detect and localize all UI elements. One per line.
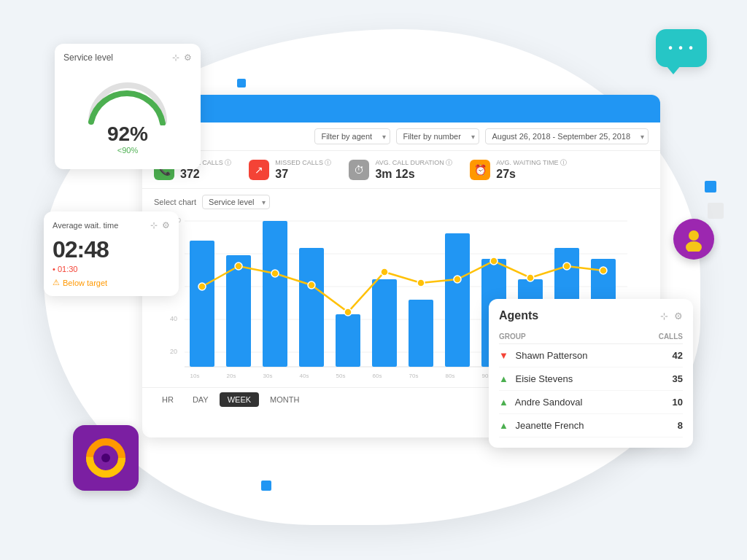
- stat-avg-wait: ⏰ AVG. WAITING TIME ⓘ 27s: [470, 158, 567, 181]
- deco-square-1: [237, 79, 246, 88]
- svg-point-34: [600, 267, 607, 274]
- svg-point-24: [235, 262, 242, 270]
- deco-square-4: [705, 181, 716, 192]
- warning-icon: ⚠: [53, 278, 60, 287]
- donut-svg: [84, 436, 128, 480]
- svg-rect-17: [409, 300, 433, 367]
- stats-row: 📞 TOTAL CALLS ⓘ 372 ↗ MISSED CALLS ⓘ 37 …: [142, 151, 660, 189]
- table-row: ▲ Andre Sandoval 10: [499, 391, 683, 414]
- svg-point-31: [490, 257, 498, 265]
- tab-week[interactable]: WEEK: [220, 392, 259, 407]
- avg-wait-card: Average wait. time ⊹ ⚙ 02:48 • 01:30 ⚠ B…: [44, 211, 179, 296]
- svg-point-30: [454, 276, 461, 283]
- tab-hr[interactable]: HR: [154, 392, 182, 407]
- svg-text:20: 20: [170, 348, 177, 355]
- agent-filter-select[interactable]: Filter by agent: [314, 128, 390, 144]
- trend-down-icon: ▼: [499, 350, 508, 361]
- stat-icon-duration: ⏱: [349, 160, 369, 180]
- svg-text:60s: 60s: [373, 373, 382, 379]
- agents-table: GROUP CALLS ▼ Shawn Patterson 42 ▲ Eisie…: [499, 330, 683, 438]
- gauge-container: 92% <90%: [63, 69, 192, 160]
- svg-point-33: [563, 262, 570, 270]
- chart-select-label: Select chart: [154, 198, 196, 206]
- agents-icons: ⊹ ⚙: [660, 311, 683, 322]
- table-row: ▲ Eisie Stevens 35: [499, 368, 683, 391]
- settings-icon-2[interactable]: ⚙: [162, 220, 170, 230]
- agents-move-icon[interactable]: ⊹: [660, 311, 668, 322]
- stat-value-missed: 37: [275, 168, 331, 181]
- agents-settings-icon[interactable]: ⚙: [674, 311, 683, 322]
- service-level-title: Service level: [63, 52, 113, 63]
- filters-row: Filter by agent Filter by number August …: [142, 122, 660, 151]
- date-range-button[interactable]: August 26, 2018 - September 25, 2018: [485, 128, 649, 144]
- agents-header: Agents ⊹ ⚙: [499, 309, 683, 322]
- agent-filter-wrapper[interactable]: Filter by agent: [314, 128, 390, 144]
- svg-text:50s: 50s: [336, 373, 346, 379]
- dashboard-header-bar: [142, 95, 660, 122]
- svg-text:70s: 70s: [409, 373, 419, 379]
- svg-rect-13: [263, 221, 287, 367]
- chart-controls: Select chart Service level: [154, 195, 649, 209]
- svg-rect-15: [336, 314, 360, 367]
- avg-wait-time: 02:48: [53, 236, 170, 263]
- agents-title: Agents: [499, 309, 538, 322]
- table-row: ▼ Shawn Patterson 42: [499, 344, 683, 368]
- gauge-value: 92%: [107, 122, 148, 146]
- stat-icon-missed: ↗: [249, 160, 269, 180]
- svg-point-47: [689, 230, 699, 241]
- svg-rect-11: [190, 241, 214, 367]
- stat-label-wait: AVG. WAITING TIME ⓘ: [496, 158, 567, 168]
- svg-point-23: [198, 283, 206, 290]
- chart-select-wrapper[interactable]: Service level: [202, 195, 270, 209]
- stat-avg-duration: ⏱ AVG. CALL DURATION ⓘ 3m 12s: [349, 158, 452, 181]
- stat-value-wait: 27s: [496, 168, 567, 181]
- trend-up-icon-2: ▲: [499, 397, 508, 408]
- service-level-card: Service level ⊹ ⚙ 92% <90%: [55, 44, 201, 169]
- agents-card: Agents ⊹ ⚙ GROUP CALLS ▼ Shawn Patterson…: [489, 299, 693, 448]
- svg-text:10s: 10s: [190, 373, 200, 379]
- svg-point-27: [344, 308, 352, 316]
- svg-rect-16: [372, 279, 397, 367]
- chat-bubble[interactable]: • • •: [656, 29, 707, 67]
- col-calls: CALLS: [643, 330, 683, 344]
- agent-name: ▲ Andre Sandoval: [499, 391, 643, 414]
- deco-square-5: [708, 203, 724, 219]
- tab-day[interactable]: DAY: [185, 392, 217, 407]
- svg-text:30s: 30s: [263, 373, 273, 379]
- agent-name: ▼ Shawn Patterson: [499, 344, 643, 368]
- stat-label-missed: MISSED CALLS ⓘ: [275, 158, 331, 168]
- move-icon-2[interactable]: ⊹: [150, 220, 158, 230]
- agent-avatar: [673, 219, 714, 260]
- svg-point-26: [308, 281, 315, 289]
- avg-wait-title: Average wait. time: [53, 221, 118, 230]
- stat-missed-calls: ↗ MISSED CALLS ⓘ 37: [249, 158, 331, 181]
- number-filter-select[interactable]: Filter by number: [396, 128, 479, 144]
- chat-dots: • • •: [668, 42, 694, 55]
- agent-calls: 42: [643, 344, 683, 368]
- stat-icon-wait: ⏰: [470, 160, 490, 180]
- trend-up-icon: ▲: [499, 373, 508, 384]
- settings-icon[interactable]: ⚙: [184, 52, 192, 63]
- agent-calls: 8: [643, 414, 683, 438]
- svg-rect-14: [299, 248, 324, 367]
- number-filter-wrapper[interactable]: Filter by number: [396, 128, 479, 144]
- agent-calls: 10: [643, 391, 683, 414]
- donut-widget: [73, 425, 139, 491]
- move-icon[interactable]: ⊹: [172, 52, 179, 63]
- tab-month[interactable]: MONTH: [262, 392, 307, 407]
- avg-wait-sub: • 01:30: [53, 265, 170, 273]
- avatar-svg: [681, 227, 706, 252]
- date-range-wrapper[interactable]: August 26, 2018 - September 25, 2018: [485, 128, 649, 144]
- agent-calls: 35: [643, 368, 683, 391]
- chart-type-select[interactable]: Service level: [202, 195, 270, 209]
- col-group: GROUP: [499, 330, 643, 344]
- below-target: ⚠ Below target: [53, 278, 170, 287]
- svg-point-29: [417, 279, 425, 287]
- svg-text:20s: 20s: [227, 373, 236, 379]
- stat-value-duration: 3m 12s: [375, 168, 452, 181]
- svg-point-52: [101, 454, 110, 462]
- table-row: ▲ Jeanette French 8: [499, 414, 683, 438]
- gauge-target: <90%: [117, 146, 138, 155]
- svg-text:40: 40: [170, 315, 177, 322]
- svg-point-48: [686, 241, 702, 252]
